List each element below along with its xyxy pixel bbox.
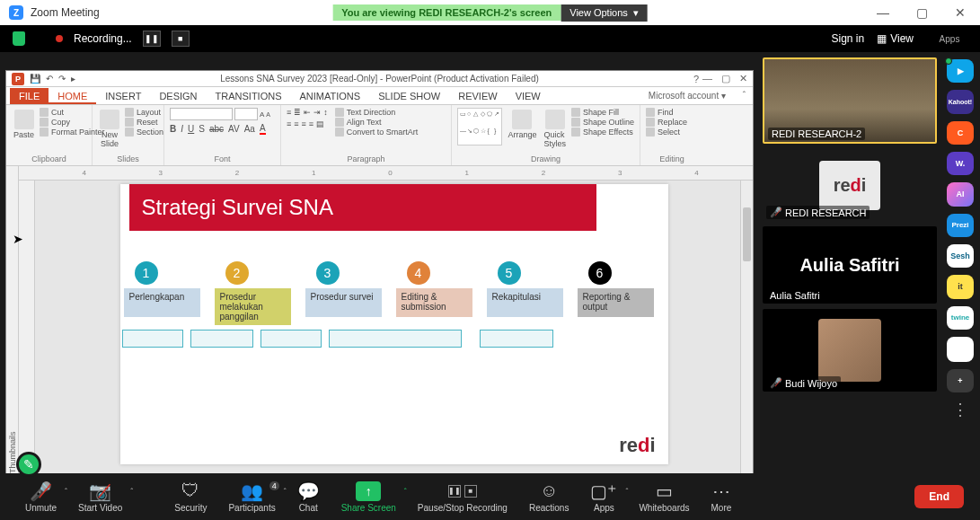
bold-button[interactable]: B (170, 124, 176, 134)
annotate-fab[interactable]: ✎ (16, 452, 41, 477)
layout-button[interactable]: Layout (125, 108, 163, 117)
chevron-up-icon[interactable]: ˆ (625, 487, 628, 496)
reactions-button[interactable]: ☺ Reactions (520, 481, 578, 513)
ppt-help-icon[interactable]: ? (693, 74, 699, 84)
columns-button[interactable]: ▤ (316, 119, 324, 128)
font-color-button[interactable]: A (260, 123, 266, 135)
tab-slideshow[interactable]: SLIDE SHOW (369, 88, 449, 104)
font-size-select[interactable] (234, 108, 258, 120)
shadow-button[interactable]: S (199, 124, 205, 134)
participant-tile[interactable]: 🎤̸Budi Wijoyo (763, 309, 937, 392)
align-left-button[interactable]: ≡ (287, 119, 291, 128)
replace-button[interactable]: Replace (646, 118, 687, 127)
text-direction-button[interactable]: Text Direction (335, 108, 419, 117)
tab-design[interactable]: DESIGN (150, 88, 206, 104)
select-button[interactable]: Select (646, 128, 687, 137)
end-meeting-button[interactable]: End (914, 485, 964, 508)
grow-font-icon[interactable]: A (260, 110, 264, 119)
align-center-button[interactable]: ≡ (294, 119, 298, 128)
view-options-button[interactable]: View Options ▾ (561, 4, 648, 22)
rail-app-5[interactable]: AI (947, 182, 974, 206)
smartart-button[interactable]: Convert to SmartArt (335, 128, 419, 137)
rail-app-twine[interactable]: twine (947, 306, 974, 330)
italic-button[interactable]: I (181, 124, 183, 134)
tab-insert[interactable]: INSERT (96, 88, 150, 104)
recording-stop-button[interactable]: ■ (172, 31, 190, 47)
pause-stop-recording-button[interactable]: ❚❚■ Pause/Stop Recording (409, 481, 516, 513)
qat-start-icon[interactable]: ▸ (71, 74, 75, 84)
maximize-button[interactable]: ▢ (911, 4, 933, 22)
tab-file[interactable]: FILE (10, 88, 49, 104)
ppt-restore-button[interactable]: ▢ (721, 73, 730, 84)
quick-styles-button[interactable]: Quick Styles (542, 108, 568, 150)
numbering-button[interactable]: ≣ (294, 108, 301, 117)
vertical-scrollbar[interactable] (740, 181, 753, 473)
chevron-up-icon[interactable]: ˆ (130, 487, 133, 496)
participants-button[interactable]: 👥 Participants 4 ˆ (219, 481, 284, 513)
font-family-select[interactable] (170, 108, 233, 120)
start-video-button[interactable]: 📷̸ Start Video ˆ (69, 481, 131, 513)
participant-tile[interactable]: Aulia Safitri Aulia Safitri (763, 226, 937, 304)
tab-view[interactable]: VIEW (507, 88, 550, 104)
strike-button[interactable]: abc (209, 124, 224, 134)
chat-button[interactable]: 💬 Chat (288, 481, 329, 513)
reset-button[interactable]: Reset (125, 118, 163, 127)
rail-add-app[interactable]: + (947, 369, 974, 392)
rail-app-4[interactable]: W. (947, 152, 974, 175)
spacing-button[interactable]: AV (228, 124, 240, 134)
apps-button[interactable]: ▢⁺ Apps ˆ (581, 481, 626, 513)
close-button[interactable]: ✕ (949, 4, 971, 22)
shrink-font-icon[interactable]: A (266, 111, 270, 118)
dec-indent-button[interactable]: ⇤ (304, 108, 311, 117)
recording-pause-button[interactable]: ❚❚ (143, 31, 161, 47)
chevron-up-icon[interactable]: ˆ (404, 487, 407, 496)
new-slide-button[interactable]: New Slide (98, 108, 121, 150)
apps-label[interactable]: Apps (931, 34, 967, 44)
qat-save-icon[interactable]: 💾 (30, 74, 40, 84)
ppt-minimize-button[interactable]: — (702, 73, 712, 84)
paste-button[interactable]: Paste (12, 108, 36, 141)
shapes-gallery[interactable]: ▭○△◇⬠↗ —↘⬡☆{} (457, 108, 502, 145)
minimize-button[interactable]: — (871, 4, 895, 22)
find-button[interactable]: Find (646, 108, 687, 117)
security-button[interactable]: 🛡 Security (165, 481, 216, 513)
chevron-up-icon[interactable]: ˆ (284, 487, 287, 496)
tab-review[interactable]: REVIEW (449, 88, 506, 104)
align-text-button[interactable]: Align Text (335, 118, 419, 127)
rail-app-3[interactable]: C (947, 121, 974, 145)
tab-home[interactable]: HOME (49, 88, 96, 104)
inc-indent-button[interactable]: ⇥ (313, 108, 321, 117)
slide-viewport[interactable]: Strategi Survei SNA 1Perlengkapan 2Prose… (35, 181, 753, 473)
shape-effects-button[interactable]: Shape Effects (571, 128, 634, 137)
whiteboards-button[interactable]: ▭ Whiteboards (630, 481, 698, 513)
ribbon-collapse-button[interactable]: ˆ (743, 91, 746, 101)
rail-app-prezi[interactable]: Prezi (947, 214, 974, 237)
align-right-button[interactable]: ≡ (302, 119, 306, 128)
bullets-button[interactable]: ≡ (287, 108, 291, 117)
signin-link[interactable]: Sign in (832, 32, 865, 45)
justify-button[interactable]: ≡ (309, 119, 313, 128)
case-button[interactable]: Aa (244, 124, 255, 134)
line-spacing-button[interactable]: ↕ (323, 108, 328, 117)
rail-app-1[interactable]: ▶ (947, 59, 974, 83)
section-button[interactable]: Section (125, 128, 163, 137)
underline-button[interactable]: U (188, 124, 194, 134)
rail-app-8[interactable]: it (947, 275, 974, 298)
tab-animations[interactable]: ANIMATIONS (291, 88, 370, 104)
arrange-button[interactable]: Arrange (506, 108, 538, 141)
shape-fill-button[interactable]: Shape Fill (571, 108, 634, 117)
unmute-button[interactable]: 🎤̸ Unmute ˆ (16, 481, 66, 513)
share-screen-button[interactable]: ↑ Share Screen ˆ (332, 481, 405, 513)
ppt-account[interactable]: Microsoft account ▾ (649, 91, 726, 101)
thumbnails-pane[interactable]: Thumbnails (6, 166, 19, 473)
rail-app-sesh[interactable]: Sesh (947, 244, 974, 268)
more-button[interactable]: ⋯ More (702, 481, 741, 513)
qat-redo-icon[interactable]: ↷ (58, 74, 66, 84)
participant-tile[interactable]: redi 🎤̸REDI RESEARCH (763, 149, 937, 221)
tab-transitions[interactable]: TRANSITIONS (207, 88, 291, 104)
view-layout-button[interactable]: ▦ View (877, 32, 914, 45)
rail-app-kahoot[interactable]: Kahoot! (947, 90, 974, 113)
rail-more-icon[interactable]: ⋮ (952, 400, 968, 419)
shape-outline-button[interactable]: Shape Outline (571, 118, 634, 127)
encryption-shield-icon[interactable] (13, 31, 25, 46)
